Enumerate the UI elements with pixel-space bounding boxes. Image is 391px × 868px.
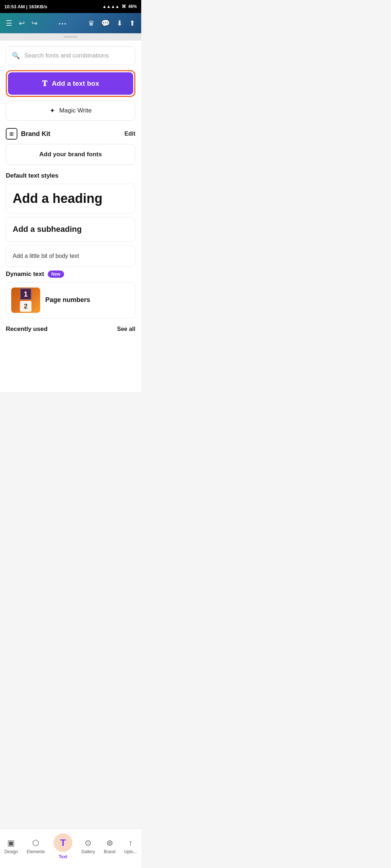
status-bar: 10:53 AM | 163KB/s ▲▲▲▲ ⌘ 46% — [0, 0, 141, 13]
dynamic-text-title: Dynamic text — [6, 271, 44, 278]
brand-kit-title: Brand Kit — [21, 130, 50, 138]
more-options-icon[interactable]: ••• — [59, 21, 67, 27]
brand-kit-title-row: ⊞ Brand Kit — [6, 128, 50, 140]
text-icon: 𝐓 — [42, 79, 47, 88]
dynamic-text-header: Dynamic text New — [6, 271, 135, 278]
see-all-button[interactable]: See all — [117, 326, 135, 332]
new-badge: New — [48, 271, 64, 278]
brand-kit-header: ⊞ Brand Kit Edit — [6, 128, 135, 140]
menu-icon[interactable]: ☰ — [6, 19, 12, 27]
recently-used-header: Recently used See all — [6, 326, 135, 333]
page-numbers-thumbnail: 1 2 — [11, 288, 40, 313]
heading-style-card[interactable]: Add a heading — [6, 184, 135, 213]
signal-icon: ▲▲▲▲ — [102, 4, 119, 9]
crown-icon[interactable]: ♛ — [88, 19, 94, 27]
body-style-card[interactable]: Add a little bit of body text — [6, 245, 135, 267]
subheading-style-card[interactable]: Add a subheading — [6, 217, 135, 242]
magic-write-icon: ✦ — [50, 107, 55, 115]
drag-handle-bar — [63, 36, 78, 38]
heading-style-label: Add a heading — [13, 191, 102, 206]
brand-kit-edit-button[interactable]: Edit — [125, 131, 135, 137]
app-toolbar: ☰ ↩ ↪ ••• ♛ 💬 ⬇ ⬆ — [0, 13, 141, 33]
add-textbox-label: Add a text box — [52, 80, 99, 88]
toolbar-right: ♛ 💬 ⬇ ⬆ — [88, 19, 135, 27]
page-numbers-label: Page numbers — [45, 296, 90, 304]
search-input-placeholder[interactable]: Search fonts and combinations — [24, 52, 109, 59]
add-textbox-highlight-wrapper: 𝐓 Add a text box — [6, 70, 135, 97]
battery-text: 46% — [128, 4, 137, 9]
share-icon[interactable]: ⬆ — [129, 19, 135, 27]
default-text-styles-title: Default text styles — [6, 172, 135, 179]
bottom-spacer — [6, 336, 135, 386]
search-icon: 🔍 — [12, 52, 20, 60]
redo-icon[interactable]: ↪ — [31, 19, 38, 27]
brand-kit-icon: ⊞ — [6, 128, 17, 140]
status-time: 10:53 AM | 163KB/s — [4, 4, 47, 9]
magic-write-label: Magic Write — [59, 107, 92, 114]
status-right: ▲▲▲▲ ⌘ 46% — [102, 4, 137, 9]
page-num-1: 1 — [20, 288, 31, 300]
search-bar[interactable]: 🔍 Search fonts and combinations — [6, 46, 135, 65]
comment-icon[interactable]: 💬 — [101, 19, 110, 27]
add-brand-fonts-button[interactable]: Add your brand fonts — [6, 144, 135, 165]
page-numbers-card[interactable]: 1 2 Page numbers — [6, 282, 135, 318]
magic-write-button[interactable]: ✦ Magic Write — [6, 101, 135, 121]
page-num-2: 2 — [20, 301, 31, 312]
toolbar-center: ••• — [59, 19, 67, 27]
body-style-label: Add a little bit of body text — [13, 253, 79, 259]
drag-handle — [0, 33, 141, 41]
download-icon[interactable]: ⬇ — [117, 19, 123, 27]
main-content: 🔍 Search fonts and combinations 𝐓 Add a … — [0, 41, 141, 392]
subheading-style-label: Add a subheading — [13, 225, 82, 234]
wifi-icon: ⌘ — [122, 4, 126, 9]
undo-icon[interactable]: ↩ — [19, 19, 25, 27]
toolbar-left: ☰ ↩ ↪ — [6, 19, 38, 27]
recently-used-title: Recently used — [6, 326, 47, 333]
add-textbox-button[interactable]: 𝐓 Add a text box — [8, 72, 133, 95]
status-left: 10:53 AM | 163KB/s — [4, 4, 47, 9]
